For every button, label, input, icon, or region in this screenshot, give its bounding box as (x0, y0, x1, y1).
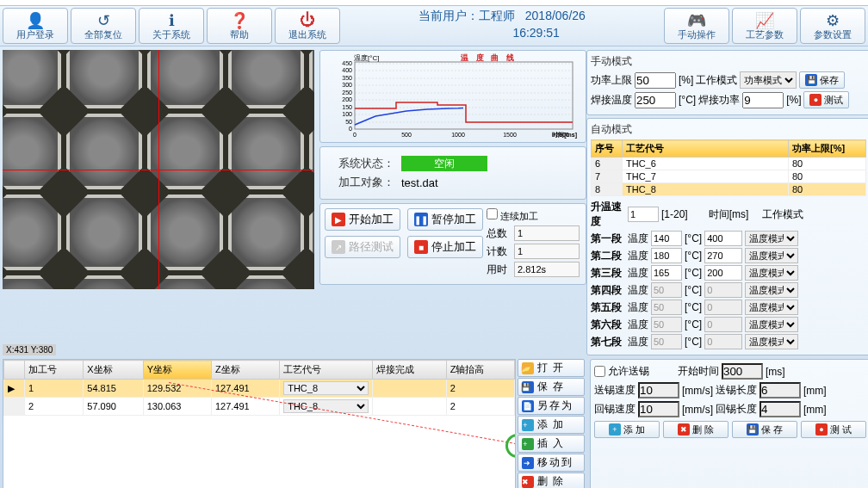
svg-text:200: 200 (342, 96, 352, 102)
step-row: 第三段温度[°C]温度模式 (591, 265, 866, 281)
step-time-input[interactable] (704, 265, 742, 281)
step-time-input[interactable] (704, 300, 742, 315)
start-button[interactable]: ▶开始加工 (325, 208, 400, 231)
table-row[interactable]: 257.090130.063127.491THC_82 (4, 398, 515, 416)
step-row: 第一段温度[°C]温度模式 (591, 231, 866, 246)
step-temp-input[interactable] (651, 282, 682, 298)
data-grid[interactable]: 加工号X坐标Y坐标Z坐标工艺代号焊接完成Z轴抬高▶154.815129.5321… (3, 359, 516, 488)
heat-speed-input[interactable] (628, 207, 659, 222)
pause-button[interactable]: ❚❚暂停加工 (407, 208, 483, 231)
about-button[interactable]: ℹ关于系统 (139, 8, 204, 44)
step-temp-input[interactable] (651, 248, 682, 263)
table-row[interactable]: ▶154.815129.532127.491THC_82 (4, 380, 515, 398)
login-button[interactable]: 👤用户登录 (3, 8, 68, 44)
manual-test-button[interactable]: ●测试 (803, 91, 849, 108)
recipe-add-button[interactable]: +添 加 (594, 421, 660, 438)
step-time-input[interactable] (704, 248, 742, 263)
step-time-input[interactable] (704, 317, 742, 332)
weld-power-input[interactable] (742, 92, 784, 108)
total-input[interactable] (514, 225, 580, 241)
step-temp-input[interactable] (651, 265, 682, 281)
svg-text:50: 50 (345, 119, 352, 125)
step-temp-input[interactable] (651, 317, 682, 332)
recipe-row[interactable]: 7THC_780 (592, 170, 866, 183)
step-mode-select[interactable]: 温度模式 (745, 231, 798, 246)
step-mode-select[interactable]: 温度模式 (745, 317, 798, 332)
route-icon: ↗ (332, 240, 345, 254)
svg-text:300: 300 (342, 82, 352, 88)
saveas-button[interactable]: 📄另存为 (518, 397, 585, 415)
step-mode-select[interactable]: 温度模式 (745, 300, 798, 315)
svg-text:温 度 曲 线: 温 度 曲 线 (460, 53, 517, 62)
step-mode-select[interactable]: 温度模式 (745, 265, 798, 281)
row-code-select[interactable]: THC_8 (283, 399, 368, 413)
main-toolbar: 👤用户登录 ↺全部复位 ℹ关于系统 ❓帮助 ⏻退出系统 当前用户：工程师 201… (0, 6, 868, 46)
stop-button[interactable]: ■停止加工 (407, 236, 483, 258)
wire-start-input[interactable] (722, 363, 763, 380)
step-temp-input[interactable] (651, 300, 682, 315)
svg-text:450: 450 (342, 60, 352, 66)
moveto-button[interactable]: ➜移动到 (518, 454, 585, 472)
reset-button[interactable]: ↺全部复位 (71, 8, 136, 44)
step-time-input[interactable] (704, 334, 742, 349)
move-icon: ➜ (522, 457, 534, 469)
test-icon: ● (809, 94, 822, 106)
recipe-delete-button[interactable]: ✖删 除 (663, 421, 728, 438)
svg-text:时间[ms]: 时间[ms] (552, 132, 577, 139)
stop-icon: ■ (414, 240, 428, 254)
recipe-row[interactable]: 8THC_880 (592, 183, 866, 196)
save-icon: 💾 (805, 74, 817, 86)
svg-text:400: 400 (342, 67, 352, 73)
status-badge: 空闲 (401, 156, 487, 171)
allow-wire-checkbox[interactable] (594, 366, 605, 377)
play-icon: ▶ (332, 213, 345, 226)
recipe-table[interactable]: 序号工艺代号功率上限[%]6THC_6807THC_7808THC_880 (591, 139, 866, 196)
step-time-input[interactable] (704, 282, 742, 298)
step-mode-select[interactable]: 温度模式 (745, 334, 798, 349)
config-button[interactable]: ⚙参数设置 (800, 8, 865, 44)
exit-button[interactable]: ⏻退出系统 (275, 8, 340, 44)
step-mode-select[interactable]: 温度模式 (745, 282, 798, 298)
pause-icon: ❚❚ (414, 213, 428, 226)
step-time-input[interactable] (704, 231, 742, 246)
wire-back-speed-input[interactable] (638, 401, 679, 417)
step-temp-input[interactable] (651, 231, 682, 246)
open-button[interactable]: 📂打开 (518, 359, 585, 377)
help-button[interactable]: ❓帮助 (207, 8, 272, 44)
svg-text:150: 150 (342, 104, 352, 110)
recipe-row[interactable]: 6THC_680 (592, 158, 866, 170)
path-test-button[interactable]: ↗路径测试 (325, 236, 400, 258)
user-info: 当前用户：工程师 2018/06/26 16:29:51 (418, 8, 586, 41)
recipe-save-button[interactable]: 💾保 存 (732, 421, 797, 438)
wire-back-len-input[interactable] (760, 401, 801, 417)
wire-len-input[interactable] (760, 382, 801, 398)
save-button[interactable]: 💾保存 (518, 378, 585, 396)
manual-button[interactable]: 🎮手动操作 (664, 8, 729, 44)
delete-button[interactable]: ✖删除 (518, 473, 585, 488)
count-input[interactable] (514, 244, 580, 259)
step-mode-select[interactable]: 温度模式 (745, 248, 798, 263)
step-temp-input[interactable] (651, 334, 682, 349)
elapsed-input (514, 262, 580, 277)
work-target: test.dat (401, 176, 438, 189)
loop-checkbox[interactable] (487, 208, 498, 219)
camera-view[interactable] (3, 50, 314, 289)
work-mode-select[interactable]: 功率模式 (740, 71, 797, 89)
recipe-test-button[interactable]: ●测 试 (801, 421, 866, 438)
process-button[interactable]: 📈工艺参数 (732, 8, 797, 44)
temperature-chart: 温度[°C] 温 度 曲 线 0501001502002503003504004… (319, 50, 586, 143)
step-row: 第六段温度[°C]温度模式 (591, 317, 866, 332)
weld-temp-input[interactable] (635, 92, 676, 108)
row-code-select[interactable]: THC_8 (283, 381, 368, 395)
wire-speed-input[interactable] (638, 382, 679, 398)
add-button[interactable]: +添加 (518, 416, 585, 434)
step-row: 第四段温度[°C]温度模式 (591, 282, 866, 298)
manual-save-button[interactable]: 💾保存 (799, 71, 845, 89)
info-icon: ℹ (169, 11, 175, 28)
svg-text:250: 250 (342, 90, 352, 96)
power-limit-input[interactable] (635, 72, 676, 89)
plus-icon: + (522, 419, 534, 431)
svg-text:350: 350 (342, 75, 352, 81)
insert-button[interactable]: +插入 (518, 435, 585, 453)
step-row: 第七段温度[°C]温度模式 (591, 334, 866, 349)
